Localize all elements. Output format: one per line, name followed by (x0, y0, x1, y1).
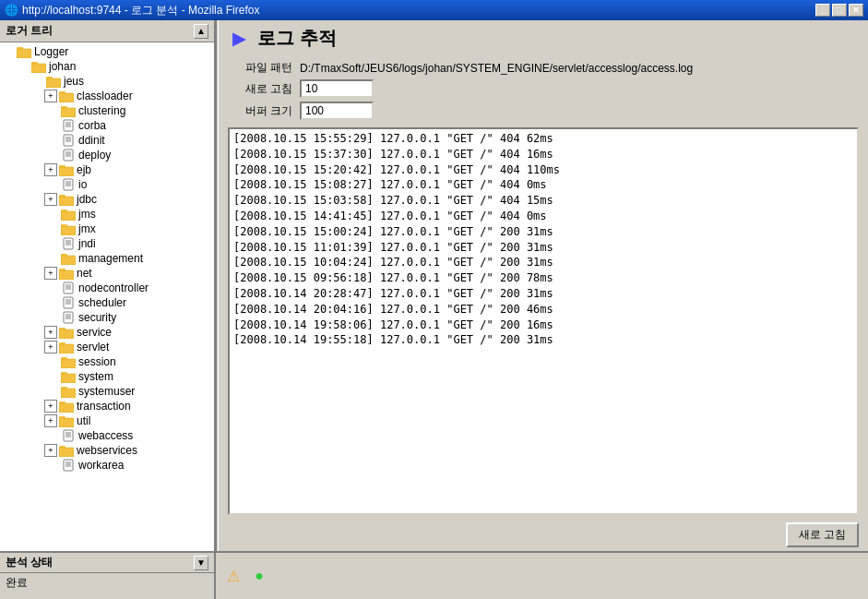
tree-item-nodecontroller[interactable]: nodecontroller (0, 281, 214, 295)
tree-item-transaction[interactable]: + transaction (0, 399, 214, 413)
scroll-up-button[interactable]: ▲ (194, 24, 208, 39)
tree-item-ddinit[interactable]: ddinit (0, 133, 214, 148)
folder-icon-jms (61, 208, 76, 221)
expand-icon-util[interactable]: + (44, 414, 57, 427)
expand-icon-classloader[interactable]: + (44, 90, 57, 102)
close-button[interactable]: ✕ (849, 4, 863, 17)
folder-icon-clustering (61, 104, 76, 117)
svg-rect-19 (64, 135, 73, 146)
svg-rect-82 (59, 403, 74, 413)
tree-item-scheduler[interactable]: scheduler (0, 295, 214, 310)
buffer-row: 버퍼 크기 (228, 102, 859, 120)
tree-label-jdbc: jdbc (77, 193, 97, 206)
folder-icon-ejb (59, 163, 74, 176)
folder-icon-webaccess (61, 429, 76, 442)
folder-icon-jmx (61, 222, 76, 235)
tree-item-workarea[interactable]: workarea (0, 458, 214, 473)
log-content[interactable]: [2008.10.15 15:55:29] 127.0.0.1 "GET /" … (230, 129, 857, 513)
tree-label-security: security (78, 311, 116, 324)
tree-item-jmx[interactable]: jmx (0, 222, 214, 236)
tree-item-jeus[interactable]: jeus (0, 74, 214, 89)
tree-item-systemuser[interactable]: systemuser (0, 384, 214, 399)
svg-rect-42 (61, 226, 76, 235)
log-line: [2008.10.15 15:37:30] 127.0.0.1 "GET /" … (233, 147, 853, 162)
tree-label-session: session (78, 355, 116, 368)
tree-item-servlet[interactable]: + servlet (0, 340, 214, 354)
log-line: [2008.10.15 15:55:29] 127.0.0.1 "GET /" … (233, 131, 853, 147)
folder-icon-johan (31, 60, 46, 73)
tree-item-webaccess[interactable]: webaccess (0, 428, 214, 443)
file-pattern-label: 파일 패턴 (228, 60, 292, 76)
folder-icon-ddinit (61, 134, 76, 147)
tree-label-ddinit: ddinit (78, 134, 105, 147)
svg-rect-11 (59, 93, 74, 102)
page-header: ▶ 로그 추적 (219, 20, 868, 56)
tree-item-classloader[interactable]: + classloader (0, 89, 214, 103)
folder-icon-workarea (61, 459, 76, 472)
tree-item-logger[interactable]: Logger (0, 44, 214, 59)
refresh-input[interactable] (300, 79, 374, 98)
tree-label-clustering: clustering (78, 104, 125, 117)
tree-label-management: management (78, 252, 143, 265)
tree-item-util[interactable]: + util (0, 413, 214, 428)
tree-item-ejb[interactable]: + ejb (0, 162, 214, 177)
svg-rect-67 (59, 329, 74, 339)
expand-icon-jdbc[interactable]: + (44, 193, 57, 206)
tree-item-io[interactable]: io (0, 177, 214, 192)
expand-icon-service[interactable]: + (44, 326, 57, 339)
svg-rect-93 (64, 460, 73, 471)
expand-icon-servlet[interactable]: + (44, 341, 57, 353)
tree-label-transaction: transaction (77, 400, 131, 413)
svg-rect-49 (61, 256, 76, 265)
tree-item-service[interactable]: + service (0, 325, 214, 340)
folder-icon-security (61, 311, 76, 324)
log-line: [2008.10.14 19:55:18] 127.0.0.1 "GET /" … (233, 332, 853, 348)
window-icon: 🌐 (5, 4, 18, 17)
tree-container[interactable]: Logger johan jeus + classloader (0, 42, 214, 551)
refresh-button[interactable]: 새로 고침 (786, 522, 859, 547)
expand-icon-transaction[interactable]: + (44, 400, 57, 413)
tree-label-classloader: classloader (77, 90, 133, 102)
tree-label-jmx: jmx (78, 222, 96, 235)
title-bar: 🌐 http://localhost:9744 - 로그 분석 - Mozill… (0, 0, 868, 20)
tree-item-security[interactable]: security (0, 310, 214, 325)
tree-item-clustering[interactable]: clustering (0, 103, 214, 118)
svg-rect-43 (64, 238, 73, 249)
buffer-label: 버퍼 크기 (228, 103, 292, 119)
expand-icon-webservices[interactable]: + (44, 444, 57, 457)
tree-item-jms[interactable]: jms (0, 207, 214, 222)
tree-item-jndi[interactable]: jndi (0, 236, 214, 251)
log-line: [2008.10.15 15:00:24] 127.0.0.1 "GET /" … (233, 224, 853, 240)
right-status-panel: ⚠ ● (216, 553, 868, 599)
tree-item-management[interactable]: management (0, 251, 214, 266)
folder-icon-systemuser (61, 385, 76, 398)
minimize-button[interactable]: _ (815, 4, 830, 17)
tree-item-corba[interactable]: corba (0, 118, 214, 133)
tree-label-corba: corba (78, 119, 106, 132)
tree-item-webservices[interactable]: + webservices (0, 443, 214, 458)
tree-item-session[interactable]: session (0, 354, 214, 369)
log-line: [2008.10.15 09:56:18] 127.0.0.1 "GET /" … (233, 270, 853, 286)
log-line: [2008.10.14 20:28:47] 127.0.0.1 "GET /" … (233, 286, 853, 302)
window-title: http://localhost:9744 - 로그 분석 - Mozilla … (22, 3, 259, 18)
log-line: [2008.10.14 20:04:16] 127.0.0.1 "GET /" … (233, 302, 853, 317)
tree-header: 로거 트리 ▲ (0, 20, 214, 42)
folder-icon-net (59, 267, 74, 280)
svg-rect-30 (64, 179, 73, 190)
folder-icon-nodecontroller (61, 282, 76, 294)
folder-icon-classloader (59, 90, 74, 102)
buffer-input[interactable] (300, 102, 374, 120)
tree-item-system[interactable]: system (0, 369, 214, 384)
tree-item-net[interactable]: + net (0, 266, 214, 281)
tree-item-deploy[interactable]: deploy (0, 148, 214, 162)
expand-icon-net[interactable]: + (44, 267, 57, 280)
maximize-button[interactable]: □ (832, 4, 847, 17)
folder-icon-util (59, 414, 74, 427)
status-scroll-btn[interactable]: ▼ (194, 556, 208, 570)
tree-item-jdbc[interactable]: + jdbc (0, 192, 214, 207)
svg-rect-15 (64, 120, 73, 131)
folder-icon-webservices (59, 444, 74, 457)
expand-icon-ejb[interactable]: + (44, 163, 57, 176)
svg-rect-73 (61, 359, 76, 368)
tree-item-johan[interactable]: johan (0, 59, 214, 74)
